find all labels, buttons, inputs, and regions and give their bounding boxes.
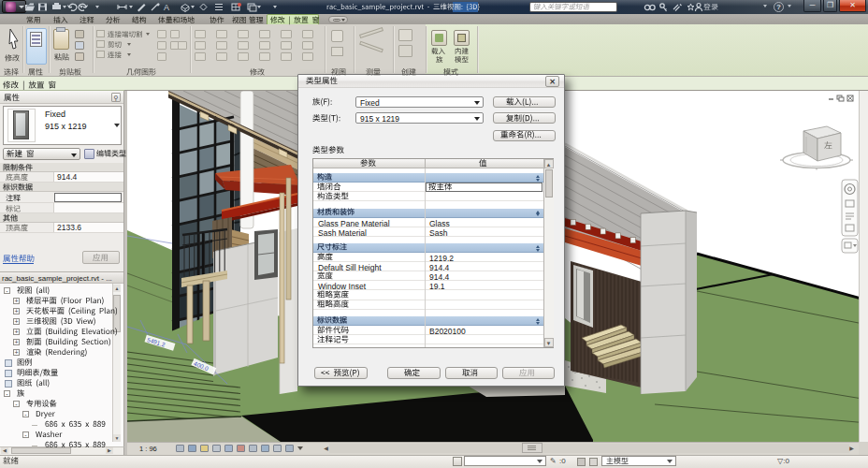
svg-text:A: A [164,3,169,12]
